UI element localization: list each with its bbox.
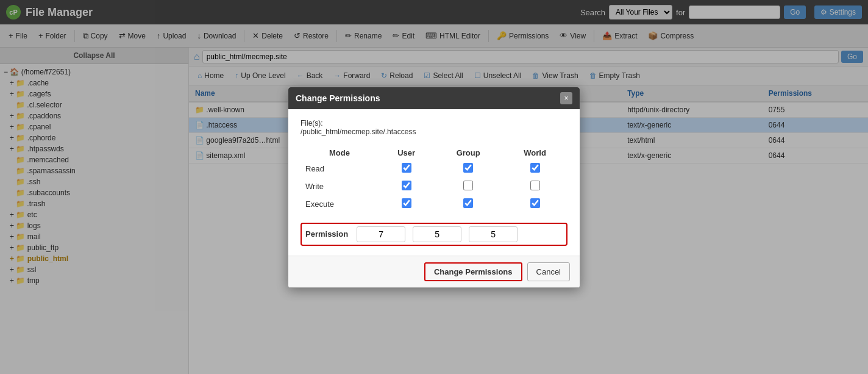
perm-user-read (379, 160, 434, 178)
perm-group-read-checkbox[interactable] (463, 163, 473, 173)
permission-user-input[interactable] (357, 226, 405, 242)
cancel-button[interactable]: Cancel (527, 262, 570, 281)
perm-world-read (502, 160, 567, 178)
file-label: File(s): (301, 119, 567, 128)
perm-mode-read: Read (301, 160, 379, 178)
modal-header: Change Permissions × (288, 87, 580, 109)
perm-col-group: Group (434, 146, 502, 160)
perm-row-execute: Execute (301, 195, 567, 213)
change-permissions-button[interactable]: Change Permissions (424, 262, 522, 281)
perm-world-execute-checkbox[interactable] (530, 198, 540, 208)
permission-world-input[interactable] (469, 226, 518, 242)
perm-user-write-checkbox[interactable] (402, 181, 411, 190)
modal-file-info: File(s): /public_html/mecmep.site/.htacc… (301, 119, 567, 136)
modal-close-button[interactable]: × (560, 92, 572, 104)
perm-group-execute-checkbox[interactable] (463, 198, 473, 208)
perm-user-read-checkbox[interactable] (402, 163, 411, 173)
file-path: /public_html/mecmep.site/.htaccess (301, 128, 567, 136)
perm-col-mode: Mode (301, 146, 379, 160)
perm-mode-write: Write (301, 178, 379, 195)
perm-mode-execute: Execute (301, 195, 379, 213)
change-permissions-modal: Change Permissions × File(s): /public_ht… (288, 87, 580, 288)
perm-world-execute (502, 195, 567, 213)
modal-body: File(s): /public_html/mecmep.site/.htacc… (288, 109, 580, 256)
modal-overlay: Change Permissions × File(s): /public_ht… (0, 0, 868, 374)
perm-group-write-checkbox[interactable] (463, 181, 473, 190)
perm-user-write (379, 178, 434, 195)
modal-footer: Change Permissions Cancel (288, 256, 580, 287)
modal-title: Change Permissions (296, 93, 380, 103)
perm-group-write (434, 178, 502, 195)
perm-world-write (502, 178, 567, 195)
permissions-table: Mode User Group World Read Write (301, 146, 567, 213)
perm-row-write: Write (301, 178, 567, 195)
permission-group-input[interactable] (413, 226, 461, 242)
perm-group-execute (434, 195, 502, 213)
perm-group-read (434, 160, 502, 178)
perm-user-execute-checkbox[interactable] (402, 198, 411, 208)
perm-world-read-checkbox[interactable] (530, 163, 540, 173)
permission-label: Permission (305, 229, 348, 239)
perm-world-write-checkbox[interactable] (530, 181, 540, 190)
permission-number-row: Permission (301, 223, 567, 246)
perm-row-read: Read (301, 160, 567, 178)
perm-col-world: World (502, 146, 567, 160)
perm-col-user: User (379, 146, 434, 160)
perm-user-execute (379, 195, 434, 213)
